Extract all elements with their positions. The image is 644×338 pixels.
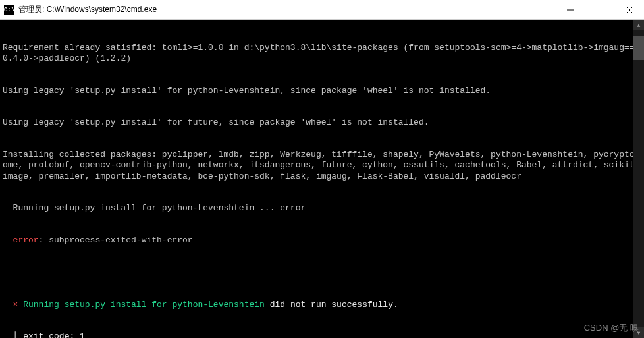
output-line: Installing collected packages: pyclipper… — [3, 150, 641, 182]
output-line: Running setup.py install for python-Leve… — [3, 203, 641, 213]
pipe-char: │ — [13, 331, 18, 338]
scroll-up-button[interactable]: ▲ — [633, 20, 644, 30]
window-title: 管理员: C:\Windows\system32\cmd.exe — [18, 4, 555, 15]
output-line: Using legacy 'setup.py install' for futu… — [3, 117, 641, 128]
vertical-scrollbar[interactable]: ▲ ▼ — [633, 20, 644, 338]
output-line: × Running setup.py install for python-Le… — [3, 300, 641, 310]
terminal-output[interactable]: Requirement already satisfied: tomli>=1.… — [0, 20, 644, 338]
output-line: Using legacy 'setup.py install' for pyth… — [3, 86, 641, 96]
window-controls — [555, 0, 644, 19]
output-line: error: subprocess-exited-with-error — [3, 235, 641, 246]
fail-suffix: did not run successfully. — [265, 300, 398, 310]
exit-code: exit code: 1 — [18, 331, 84, 338]
output-line: Requirement already satisfied: tomli>=1.… — [3, 43, 641, 65]
cross-icon: × — [13, 300, 18, 310]
svg-rect-1 — [597, 7, 603, 13]
window-titlebar: C:\ 管理员: C:\Windows\system32\cmd.exe — [0, 0, 644, 20]
blank-line — [3, 268, 641, 278]
scrollbar-track[interactable] — [633, 30, 644, 327]
output-line: │ exit code: 1 — [3, 331, 641, 338]
scroll-down-button[interactable]: ▼ — [633, 327, 644, 338]
maximize-button[interactable] — [585, 0, 614, 19]
minimize-button[interactable] — [555, 0, 585, 19]
close-button[interactable] — [614, 0, 644, 19]
cmd-icon: C:\ — [4, 5, 14, 15]
scrollbar-thumb[interactable] — [633, 36, 644, 60]
fail-text: Running setup.py install for python-Leve… — [18, 300, 264, 310]
error-label: error — [13, 235, 39, 246]
error-message: : subprocess-exited-with-error — [39, 235, 193, 246]
